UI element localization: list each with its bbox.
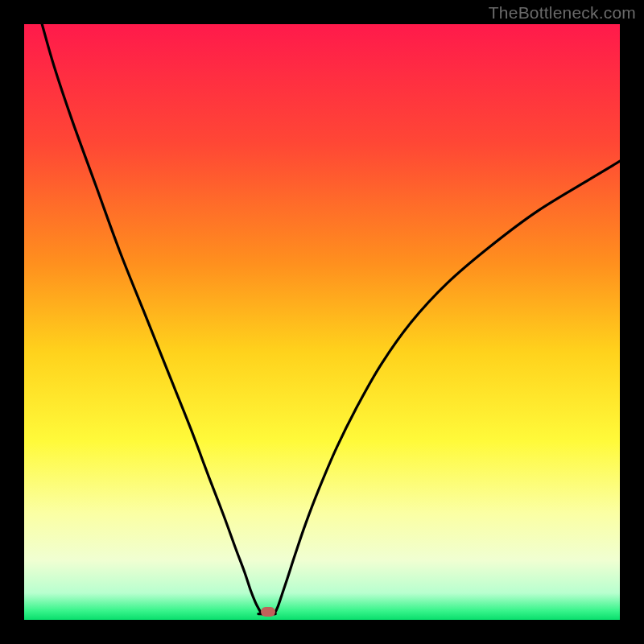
bottleneck-curve-left (42, 24, 262, 614)
plot-area (24, 24, 620, 620)
optimal-point-marker (261, 607, 275, 617)
curve-layer (24, 24, 620, 620)
chart-frame: TheBottleneck.com (0, 0, 644, 644)
watermark-text: TheBottleneck.com (489, 3, 636, 23)
bottleneck-curve-right (275, 161, 620, 613)
